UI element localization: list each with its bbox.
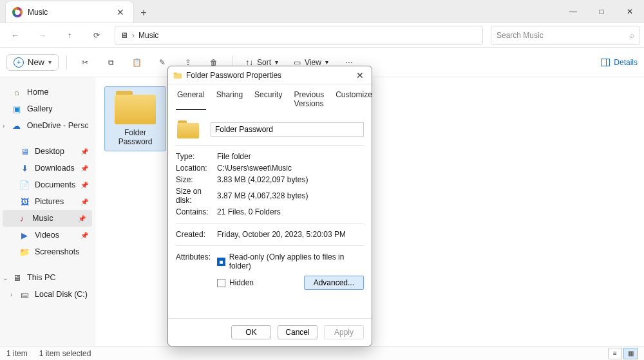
dialog-tabs: General Sharing Security Previous Versio… [168, 84, 372, 110]
tab-music[interactable]: Music ✕ [5, 1, 134, 23]
dialog-title: Folder Password Properties [186, 71, 281, 80]
search-placeholder: Search Music [497, 31, 630, 40]
up-button[interactable]: ↑ [58, 26, 81, 45]
cloud-icon: ☁ [12, 120, 22, 131]
address-bar[interactable]: 🖥 › Music [115, 26, 483, 45]
sidebar-label: OneDrive - Perso [27, 121, 88, 130]
back-button[interactable]: ← [4, 26, 27, 45]
folder-password-item[interactable]: Folder Password [104, 86, 166, 337]
pc-icon: 🖥 [12, 272, 22, 283]
desktop-icon: 🖥 [19, 146, 30, 156]
sidebar-label: Documents [35, 180, 75, 189]
tab-sharing[interactable]: Sharing [215, 88, 244, 110]
disk-icon: 🖴 [19, 289, 30, 299]
hidden-label: Hidden [229, 278, 254, 287]
tab-close-button[interactable]: ✕ [114, 6, 127, 19]
folder-icon [173, 71, 182, 80]
dialog-titlebar[interactable]: Folder Password Properties ✕ [168, 66, 372, 84]
sidebar-item-this-pc[interactable]: ⌄🖥This PC [0, 269, 95, 286]
pin-icon: 📌 [80, 148, 88, 155]
sidebar-item-local-disk[interactable]: ›🖴Local Disk (C:) [0, 286, 95, 303]
chevron-down-icon: ▾ [275, 59, 278, 66]
sidebar-label: Desktop [35, 147, 64, 156]
sidebar-item-downloads[interactable]: ⬇Downloads📌 [0, 160, 95, 176]
status-selection-count: 1 item selected [39, 349, 91, 358]
pin-icon: 📌 [80, 165, 88, 172]
created-label: Created: [176, 230, 217, 239]
advanced-button[interactable]: Advanced... [304, 276, 364, 290]
breadcrumb-current[interactable]: Music [138, 31, 158, 40]
chevron-right-icon[interactable]: › [10, 291, 12, 298]
sidebar-item-videos[interactable]: ▶Videos📌 [0, 227, 95, 243]
tab-general[interactable]: General [176, 88, 206, 110]
folder-large-icon [177, 120, 199, 138]
ok-button[interactable]: OK [231, 325, 271, 339]
search-box[interactable]: Search Music ⌕ [491, 26, 640, 45]
navigation-pane: ⌂Home ▣Gallery ›☁OneDrive - Perso 🖥Deskt… [0, 77, 95, 346]
type-value: File folder [217, 152, 364, 161]
tab-previous-versions[interactable]: Previous Versions [292, 88, 325, 110]
sidebar-item-desktop[interactable]: 🖥Desktop📌 [0, 143, 95, 160]
home-icon: ⌂ [12, 87, 22, 97]
folder-icon: 📁 [19, 247, 30, 257]
status-item-count: 1 item [6, 349, 28, 358]
dialog-close-button[interactable]: ✕ [354, 70, 366, 81]
new-tab-button[interactable]: + [134, 3, 153, 23]
chevron-right-icon[interactable]: › [3, 122, 5, 129]
cut-button[interactable]: ✂ [75, 53, 95, 72]
window-controls: — □ ✕ [559, 0, 644, 23]
minimize-button[interactable]: — [559, 0, 587, 23]
tab-security[interactable]: Security [253, 88, 283, 110]
contains-label: Contains: [176, 207, 217, 216]
folder-icon [115, 91, 156, 124]
sidebar-label: Music [32, 214, 53, 223]
new-button[interactable]: + New ▾ [6, 54, 59, 71]
pin-icon: 📌 [80, 198, 88, 205]
sidebar-item-gallery[interactable]: ▣Gallery [0, 100, 95, 117]
titlebar: Music ✕ + — □ ✕ [0, 0, 644, 23]
view-list-button[interactable]: ≡ [608, 348, 622, 359]
view-icons-button[interactable]: ▦ [623, 348, 638, 359]
window-close-button[interactable]: ✕ [616, 0, 644, 23]
size-on-disk-value: 3.87 MB (4,067,328 bytes) [217, 191, 364, 200]
sidebar-item-onedrive[interactable]: ›☁OneDrive - Perso [0, 117, 95, 134]
readonly-checkbox[interactable]: ■ [217, 258, 225, 266]
chevron-down-icon: ▾ [325, 59, 328, 66]
search-icon: ⌕ [630, 31, 634, 40]
hidden-checkbox[interactable] [217, 279, 225, 287]
chevron-down-icon[interactable]: ⌄ [3, 274, 8, 281]
breadcrumb-sep-icon: › [132, 31, 135, 40]
video-icon: ▶ [19, 230, 30, 240]
sidebar-item-home[interactable]: ⌂Home [0, 84, 95, 100]
toolbar-divider [66, 55, 67, 70]
pin-icon: 📌 [80, 182, 88, 189]
music-icon: ♪ [17, 213, 27, 223]
sidebar-item-documents[interactable]: 📄Documents📌 [0, 176, 95, 193]
readonly-label: Read-only (Only applies to files in fold… [229, 252, 364, 270]
gallery-icon: ▣ [12, 104, 22, 114]
maximize-button[interactable]: □ [587, 0, 616, 23]
pictures-icon: 🖼 [19, 196, 30, 207]
sidebar-label: This PC [27, 273, 55, 282]
sidebar-item-screenshots[interactable]: 📁Screenshots [0, 243, 95, 260]
cancel-button[interactable]: Cancel [278, 325, 317, 339]
apply-button[interactable]: Apply [324, 325, 364, 339]
paste-button[interactable]: 📋 [126, 53, 147, 72]
forward-button[interactable]: → [31, 26, 54, 45]
dialog-body: Type:File folder Location:C:\Users\sweet… [168, 110, 372, 318]
location-value: C:\Users\sweet\Music [217, 164, 364, 173]
copy-button[interactable]: ⧉ [100, 53, 121, 72]
size-on-disk-label: Size on disk: [176, 187, 217, 205]
sidebar-item-pictures[interactable]: 🖼Pictures📌 [0, 193, 95, 210]
new-button-label: New [28, 57, 44, 67]
size-label: Size: [176, 175, 217, 184]
contains-value: 21 Files, 0 Folders [217, 207, 364, 216]
details-pane-button[interactable]: Details [601, 58, 638, 67]
tab-customize[interactable]: Customize [334, 88, 374, 110]
sidebar-item-music[interactable]: ♪Music📌 [3, 210, 92, 227]
folder-name-input[interactable] [211, 122, 364, 137]
download-icon: ⬇ [19, 163, 30, 173]
location-label: Location: [176, 164, 217, 173]
plus-circle-icon: + [14, 57, 24, 68]
refresh-button[interactable]: ⟳ [85, 26, 108, 45]
